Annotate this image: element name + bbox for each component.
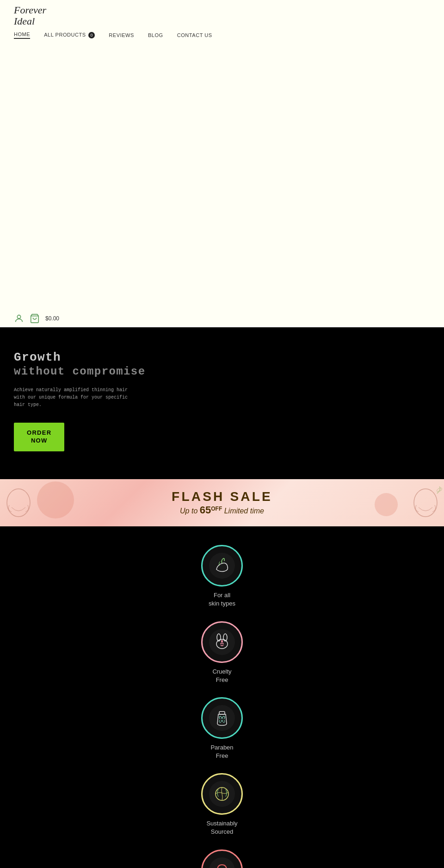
banner-face-right	[388, 484, 444, 521]
feature-label-sustainable: Sustainably Sourced	[206, 819, 237, 836]
feature-item-sustainable: Sustainably Sourced	[201, 773, 243, 836]
main-nav: HOME ALL PRODUCTS 0 REVIEWS BLOG CONTACT…	[14, 31, 430, 41]
nav-reviews[interactable]: REVIEWS	[109, 32, 134, 38]
flash-sale-banner: FLASH SALE Up to 65OFF Limited time	[0, 479, 444, 526]
headline-line2: without compromise	[14, 365, 430, 379]
subtitle-pre: Up to	[180, 507, 200, 515]
feature-item-go: GO	[201, 849, 243, 868]
nav-blog[interactable]: BLOG	[148, 32, 163, 38]
nav-contact[interactable]: CONTACT US	[177, 32, 212, 38]
flash-sale-text: FLASH SALE Up to 65OFF Limited time	[172, 489, 272, 516]
svg-point-6	[436, 487, 442, 493]
feature-label-cruelty: Cruelty Free	[212, 668, 231, 684]
feature-item-paraben: Paraben Free	[201, 697, 243, 760]
svg-point-7	[209, 553, 235, 579]
feature-circle-cruelty	[201, 621, 243, 663]
hero-area	[0, 41, 444, 310]
feature-item-skin: For all skin types	[201, 545, 243, 608]
svg-point-2	[7, 489, 30, 517]
flash-sale-subtitle: Up to 65OFF Limited time	[172, 504, 272, 516]
feature-circle-skin	[201, 545, 243, 587]
flash-sale-title: FLASH SALE	[172, 489, 272, 504]
banner-face-left	[0, 484, 56, 521]
flash-off: OFF	[211, 506, 222, 512]
user-account-button[interactable]	[14, 313, 24, 324]
user-cart-bar: $0.00	[0, 310, 444, 327]
flash-percent: 65	[200, 504, 211, 516]
black-hero-subtext: Achieve naturally amplified thinning hai…	[14, 387, 134, 409]
order-now-button[interactable]: ORDERNOW	[14, 423, 64, 451]
logo[interactable]: Forever Ideal	[14, 5, 430, 27]
logo-line1: Forever	[14, 5, 430, 16]
logo-line2: Ideal	[14, 16, 430, 27]
nav-home[interactable]: HOME	[14, 31, 30, 39]
features-section: For all skin types Cruelty Free	[0, 526, 444, 868]
cart-amount: $0.00	[45, 315, 59, 322]
black-hero-section: Growth without compromise Achieve natura…	[0, 327, 444, 479]
subtitle-post: Limited time	[222, 507, 264, 515]
nav-all-products[interactable]: ALL PRODUCTS 0	[44, 32, 95, 38]
svg-point-12	[221, 643, 222, 644]
feature-circle-sustainable	[201, 773, 243, 815]
cart-button[interactable]	[30, 313, 40, 324]
products-badge: 0	[88, 32, 95, 38]
feature-item-cruelty: Cruelty Free	[201, 621, 243, 684]
svg-point-0	[17, 315, 20, 318]
headline-line1: Growth	[14, 350, 430, 365]
feature-label-paraben: Paraben Free	[210, 743, 233, 760]
feature-label-skin: For all skin types	[209, 591, 235, 608]
feature-circle-paraben	[201, 697, 243, 739]
header: Forever Ideal HOME ALL PRODUCTS 0 REVIEW…	[0, 0, 444, 41]
svg-point-18	[209, 857, 235, 868]
svg-point-4	[414, 489, 437, 517]
svg-point-13	[222, 643, 224, 644]
black-hero-headline: Growth without compromise	[14, 350, 430, 378]
feature-circle-go	[201, 849, 243, 868]
